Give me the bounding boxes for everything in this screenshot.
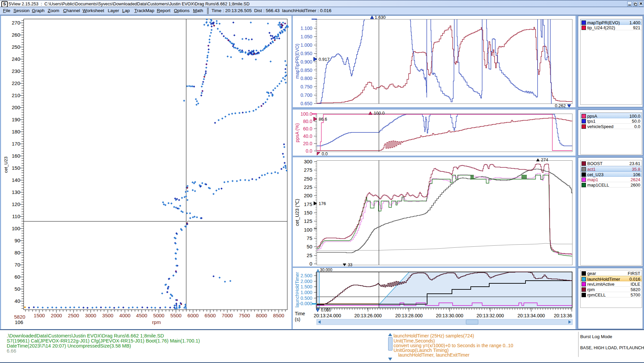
svg-text:125: 125: [304, 218, 312, 224]
svg-text:6000: 6000: [187, 313, 198, 318]
svg-text:240: 240: [12, 56, 20, 62]
svg-text:275: 275: [304, 167, 312, 173]
svg-text:70: 70: [14, 262, 20, 268]
svg-text:0.262: 0.262: [555, 103, 566, 107]
svg-text:210: 210: [12, 92, 20, 98]
svg-text:60: 60: [14, 274, 20, 280]
svg-text:40.0: 40.0: [303, 133, 312, 139]
svg-text:100.0: 100.0: [374, 111, 385, 116]
svg-text:1500: 1500: [34, 313, 45, 318]
svg-text:5820: 5820: [14, 314, 25, 320]
svg-text:cet_U23: cet_U23: [3, 157, 8, 173]
svg-text:launchHoldTimer: launchHoldTimer: [294, 272, 300, 308]
svg-text:0: 0: [310, 261, 312, 267]
svg-text:130: 130: [12, 189, 20, 195]
svg-text:160: 160: [12, 153, 20, 159]
svg-text:7500: 7500: [239, 313, 250, 318]
svg-text:40: 40: [14, 298, 20, 304]
svg-text:190: 190: [12, 117, 20, 122]
svg-text:1.630: 1.630: [375, 16, 386, 20]
svg-text:274: 274: [541, 157, 548, 162]
svg-text:0.917: 0.917: [319, 57, 330, 62]
svg-text:0.850: 0.850: [301, 68, 312, 73]
svg-text:4500: 4500: [136, 313, 147, 318]
svg-text:3500: 3500: [102, 313, 113, 318]
svg-text:0.700: 0.700: [301, 92, 312, 98]
svg-text:33: 33: [348, 263, 353, 267]
svg-text:0.800: 0.800: [301, 76, 312, 81]
svg-text:60.0: 60.0: [303, 126, 312, 131]
svg-text:0.900: 0.900: [301, 59, 312, 65]
svg-text:25: 25: [307, 252, 312, 258]
svg-text:200: 200: [12, 105, 20, 110]
svg-text:8500: 8500: [273, 313, 284, 318]
svg-text:80.0: 80.0: [303, 119, 312, 124]
svg-text:100: 100: [304, 227, 312, 233]
svg-text:2500: 2500: [68, 313, 79, 318]
svg-text:220: 220: [12, 80, 20, 86]
svg-text:(s): (s): [295, 317, 300, 322]
svg-text:Time: Time: [295, 311, 305, 316]
svg-text:80: 80: [14, 250, 20, 255]
svg-text:20:13:26.000: 20:13:26.000: [354, 313, 382, 318]
svg-text:30.000: 30.000: [320, 268, 332, 272]
svg-text:cet_U23 (℃): cet_U23 (℃): [294, 199, 300, 226]
svg-text:150: 150: [304, 210, 312, 215]
svg-text:50: 50: [14, 286, 20, 292]
svg-text:4000: 4000: [119, 313, 130, 318]
svg-text:20:13:32.000: 20:13:32.000: [476, 313, 504, 318]
svg-text:250: 250: [12, 44, 20, 50]
svg-text:0.0: 0.0: [306, 148, 313, 154]
svg-text:-0.000: -0.000: [299, 301, 312, 306]
svg-text:5000: 5000: [153, 313, 164, 318]
svg-text:3000: 3000: [85, 313, 96, 318]
svg-text:0.950: 0.950: [301, 51, 312, 56]
svg-text:20:13:28.000: 20:13:28.000: [395, 313, 423, 318]
svg-text:20:13:36: 20:13:36: [554, 313, 572, 318]
svg-text:1.000: 1.000: [301, 42, 312, 48]
svg-text:mapTipPR(EVO): mapTipPR(EVO): [294, 44, 300, 79]
svg-text:86.6: 86.6: [319, 117, 327, 122]
svg-text:175: 175: [304, 201, 312, 207]
svg-text:170: 170: [12, 141, 20, 147]
svg-text:2.000: 2.000: [301, 279, 312, 284]
svg-text:100: 100: [12, 226, 20, 231]
svg-text:2000: 2000: [51, 313, 62, 318]
svg-text:7000: 7000: [222, 313, 233, 318]
svg-text:6500: 6500: [204, 313, 216, 318]
svg-text:180: 180: [12, 129, 20, 134]
svg-text:20:13:34.000: 20:13:34.000: [517, 313, 545, 318]
svg-text:140: 140: [12, 177, 20, 183]
svg-text:75: 75: [307, 235, 312, 241]
svg-text:0.650: 0.650: [301, 101, 312, 106]
svg-text:1.100: 1.100: [301, 26, 312, 31]
svg-text:250: 250: [304, 176, 312, 182]
svg-text:100.0: 100.0: [301, 111, 312, 117]
svg-text:0.000: 0.000: [321, 308, 331, 313]
svg-text:1.500: 1.500: [301, 284, 312, 289]
svg-text:0.500: 0.500: [301, 295, 312, 301]
svg-text:ppsA (%): ppsA (%): [294, 123, 300, 143]
svg-text:rpm: rpm: [152, 319, 161, 325]
svg-text:20:13:30.000: 20:13:30.000: [436, 313, 463, 318]
svg-text:1.050: 1.050: [301, 34, 312, 39]
svg-text:230: 230: [12, 68, 20, 74]
svg-text:20:13:24.000: 20:13:24.000: [314, 313, 341, 318]
svg-text:0.0: 0.0: [322, 151, 328, 156]
svg-text:260: 260: [12, 32, 20, 38]
svg-text:176: 176: [319, 201, 326, 206]
svg-text:2.500: 2.500: [301, 273, 312, 278]
svg-text:8000: 8000: [256, 313, 267, 318]
svg-text:1.000: 1.000: [301, 290, 312, 295]
svg-text:300: 300: [304, 159, 312, 164]
svg-text:106: 106: [15, 319, 23, 325]
svg-text:200: 200: [304, 193, 312, 198]
svg-text:20.0: 20.0: [303, 141, 312, 146]
svg-text:5500: 5500: [170, 313, 181, 318]
svg-text:225: 225: [304, 184, 312, 190]
svg-text:50: 50: [307, 244, 312, 249]
svg-text:270: 270: [12, 20, 20, 26]
svg-text:120: 120: [12, 201, 20, 207]
svg-text:0.750: 0.750: [301, 84, 312, 89]
svg-text:110: 110: [12, 213, 20, 219]
